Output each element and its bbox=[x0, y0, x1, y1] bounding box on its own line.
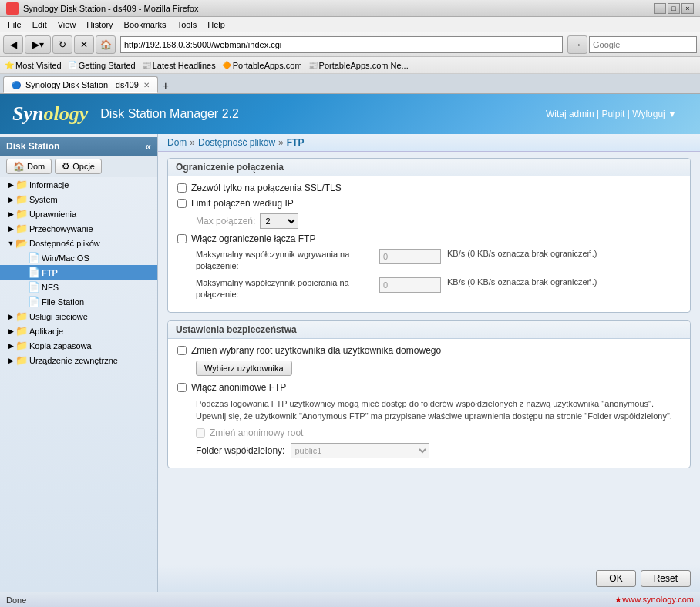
toggle-uslugi[interactable]: ▶ bbox=[6, 313, 15, 320]
toggle-urzadzenie[interactable]: ▶ bbox=[6, 357, 15, 364]
sidebar-label-informacje: Informacje bbox=[29, 180, 69, 189]
menu-help[interactable]: Help bbox=[203, 18, 230, 31]
limit-ip-row: Limit połączeń według IP bbox=[177, 198, 681, 209]
sidebar-item-dostepnosc[interactable]: ▼ 📂 Dostępność plików bbox=[0, 236, 157, 250]
menu-bookmarks[interactable]: Bookmarks bbox=[119, 18, 171, 31]
toggle-przechowywanie[interactable]: ▶ bbox=[6, 225, 15, 233]
sidebar-title: Disk Station bbox=[6, 141, 59, 152]
breadcrumb: Dom » Dostępność plików » FTP bbox=[158, 134, 700, 152]
ssl-checkbox[interactable] bbox=[177, 183, 187, 193]
sidebar-label-przechowywanie: Przechowywanie bbox=[29, 224, 93, 233]
change-anon-root-checkbox[interactable] bbox=[196, 428, 205, 438]
sidebar-collapse-button[interactable]: « bbox=[145, 140, 151, 153]
menu-tools[interactable]: Tools bbox=[173, 18, 202, 31]
menu-edit[interactable]: Edit bbox=[28, 18, 52, 31]
sidebar-item-przechowywanie[interactable]: ▶ 📁 Przechowywanie bbox=[0, 221, 157, 236]
forward-button[interactable]: ▶▾ bbox=[25, 35, 51, 54]
max-connections-select[interactable]: 2 bbox=[260, 213, 298, 229]
sidebar-item-nfs[interactable]: 📄 NFS bbox=[0, 280, 157, 294]
limit-ip-checkbox[interactable] bbox=[177, 199, 187, 208]
ftp-limit-checkbox[interactable] bbox=[177, 234, 187, 243]
sidebar-item-kopia[interactable]: ▶ 📁 Kopia zapasowa bbox=[0, 338, 157, 353]
download-unit: KB/s (0 KB/s oznacza brak ograniczeń.) bbox=[447, 277, 597, 287]
sidebar-label-aplikacje: Aplikacje bbox=[29, 327, 63, 336]
page-icon: 📄 bbox=[28, 267, 40, 278]
portableapps2-icon: 📰 bbox=[308, 61, 318, 69]
minimize-button[interactable]: _ bbox=[654, 3, 666, 14]
tabs-bar: 🔵 Synology Disk Station - ds409 ✕ + bbox=[0, 74, 700, 94]
menu-history[interactable]: History bbox=[82, 18, 117, 31]
folder-icon: 📁 bbox=[15, 340, 28, 351]
opcje-button[interactable]: ⚙ Opcje bbox=[55, 159, 102, 174]
connection-limit-title: Ograniczenie połączenia bbox=[168, 159, 690, 176]
bookmark-most-visited[interactable]: ⭐ Most Visited bbox=[5, 61, 62, 70]
active-tab[interactable]: 🔵 Synology Disk Station - ds409 ✕ bbox=[3, 76, 158, 93]
toggle-aplikacje[interactable]: ▶ bbox=[6, 327, 15, 335]
anon-ftp-label: Włącz anonimowe FTP bbox=[191, 382, 286, 393]
upload-input[interactable] bbox=[379, 249, 441, 264]
breadcrumb-dostepnosc[interactable]: Dostępność plików bbox=[198, 137, 275, 148]
menu-file[interactable]: File bbox=[3, 18, 26, 31]
dsm-header: Synology Disk Station Manager 2.2 Witaj … bbox=[0, 94, 700, 134]
page-icon: 📄 bbox=[28, 281, 40, 293]
bookmark-portableapps[interactable]: 🔶 PortableApps.com bbox=[222, 61, 302, 70]
tab-favicon: 🔵 bbox=[12, 81, 21, 89]
toggle-dostepnosc[interactable]: ▼ bbox=[6, 240, 15, 247]
sidebar-item-system[interactable]: ▶ 📁 System bbox=[0, 192, 157, 206]
back-button[interactable]: ◀ bbox=[3, 35, 23, 54]
toggle-kopia[interactable]: ▶ bbox=[6, 342, 15, 350]
status-synology-link[interactable]: ★www.synology.com bbox=[614, 595, 694, 605]
download-input[interactable] bbox=[379, 277, 441, 293]
change-root-checkbox[interactable] bbox=[177, 346, 187, 355]
folder-row: Folder współdzielony: public1 bbox=[177, 443, 681, 458]
sidebar-item-urzadzenie[interactable]: ▶ 📁 Urządzenie zewnętrzne bbox=[0, 353, 157, 367]
toggle-informacje[interactable]: ▶ bbox=[6, 181, 15, 189]
anon-ftp-row: Włącz anonimowe FTP bbox=[177, 382, 681, 393]
folder-label: Folder współdzielony: bbox=[196, 445, 284, 456]
reset-button[interactable]: Reset bbox=[641, 570, 691, 587]
bookmark-portableapps-ne[interactable]: 📰 PortableApps.com Ne... bbox=[308, 61, 409, 70]
browser-title: Synology Disk Station - ds409 - Mozilla … bbox=[23, 4, 198, 13]
sidebar-label-winmacos: Win/Mac OS bbox=[42, 253, 89, 263]
sidebar-item-filestation[interactable]: 📄 File Station bbox=[0, 294, 157, 309]
breadcrumb-sep1: » bbox=[190, 137, 195, 148]
download-row: Maksymalny współczynnik pobierania na po… bbox=[177, 277, 681, 301]
ok-button[interactable]: OK bbox=[596, 570, 635, 587]
sidebar-item-ftp[interactable]: 📄 FTP bbox=[0, 265, 157, 280]
dom-button[interactable]: 🏠 Dom bbox=[6, 159, 52, 174]
folder-select[interactable]: public1 bbox=[291, 443, 429, 458]
bookmark-latest-headlines[interactable]: 📰 Latest Headlines bbox=[142, 61, 216, 70]
breadcrumb-dom[interactable]: Dom bbox=[167, 137, 187, 148]
tab-close-button[interactable]: ✕ bbox=[143, 81, 150, 89]
sidebar-label-dostepnosc: Dostępność plików bbox=[29, 239, 100, 248]
browser-menubar: File Edit View History Bookmarks Tools H… bbox=[0, 17, 700, 32]
sidebar-item-informacje[interactable]: ▶ 📁 Informacje bbox=[0, 177, 157, 192]
select-user-button[interactable]: Wybierz użytkownika bbox=[196, 361, 292, 376]
sidebar-header: Disk Station « bbox=[0, 137, 157, 156]
upload-unit: KB/s (0 KB/s oznacza brak ograniczeń.) bbox=[447, 249, 597, 258]
sidebar-item-uprawnienia[interactable]: ▶ 📁 Uprawnienia bbox=[0, 206, 157, 221]
search-input[interactable] bbox=[589, 36, 697, 53]
page-icon: 📄 bbox=[68, 61, 77, 69]
sidebar-item-aplikacje[interactable]: ▶ 📁 Aplikacje bbox=[0, 324, 157, 338]
toggle-system[interactable]: ▶ bbox=[6, 196, 15, 203]
star-icon: ⭐ bbox=[5, 61, 14, 69]
settings-panel: Ograniczenie połączenia Zezwól tylko na … bbox=[158, 152, 700, 565]
home-button[interactable]: 🏠 bbox=[96, 35, 116, 54]
anon-ftp-checkbox[interactable] bbox=[177, 383, 187, 392]
maximize-button[interactable]: □ bbox=[668, 3, 680, 14]
browser-titlebar: Synology Disk Station - ds409 - Mozilla … bbox=[0, 0, 700, 17]
go-button[interactable]: → bbox=[567, 35, 587, 54]
stop-button[interactable]: ✕ bbox=[74, 35, 94, 54]
new-tab-button[interactable]: + bbox=[158, 78, 173, 93]
sidebar-item-winmacos[interactable]: 📄 Win/Mac OS bbox=[0, 250, 157, 265]
status-bar: Done ★www.synology.com bbox=[0, 592, 700, 607]
menu-view[interactable]: View bbox=[53, 18, 81, 31]
firefox-icon bbox=[6, 2, 19, 15]
toggle-uprawnienia[interactable]: ▶ bbox=[6, 210, 15, 218]
sidebar-item-uslugi[interactable]: ▶ 📁 Usługi sieciowe bbox=[0, 309, 157, 324]
address-bar[interactable] bbox=[120, 36, 563, 53]
bookmark-getting-started[interactable]: 📄 Getting Started bbox=[68, 61, 136, 70]
refresh-button[interactable]: ↻ bbox=[52, 35, 72, 54]
close-button[interactable]: × bbox=[681, 3, 694, 14]
